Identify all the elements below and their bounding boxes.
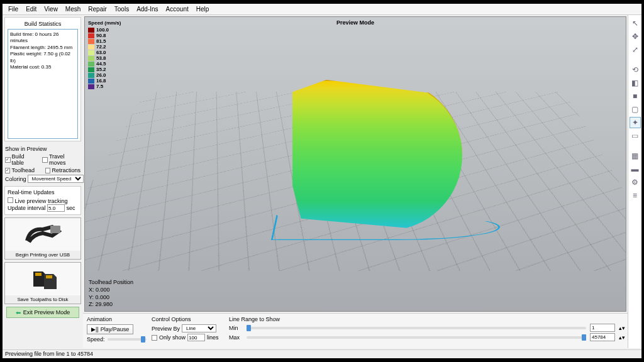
animation-title: Animation <box>87 316 147 322</box>
show-in-preview-title: Show in Preview <box>5 146 80 152</box>
move-icon[interactable]: ✥ <box>630 31 641 42</box>
line-range-title: Line Range to Show <box>229 316 624 322</box>
live-tracking-checkbox[interactable] <box>8 197 13 203</box>
menubar: FileEditViewMeshRepairToolsAdd-InsAccoun… <box>3 4 641 15</box>
speed-label: Speed: <box>87 336 105 343</box>
build-stats-box: Build time: 0 hours 26 minutesFilament l… <box>8 29 78 139</box>
rotate-view-icon[interactable]: ⟲ <box>630 64 641 75</box>
min-slider[interactable] <box>247 327 586 329</box>
save-toolpaths-button[interactable]: Save Toolpaths to Disk <box>4 262 81 304</box>
delete-model-icon[interactable]: ▬ <box>630 163 641 175</box>
statusbar: Previewing file from line 1 to 45784 <box>3 349 641 358</box>
speed-slider[interactable] <box>108 338 147 341</box>
menu-edit[interactable]: Edit <box>22 6 40 13</box>
pointer-icon[interactable]: ↖ <box>630 18 641 29</box>
travel-moves-checkbox[interactable] <box>42 157 48 163</box>
model-preview <box>261 67 494 250</box>
solid-cube-icon[interactable]: ■ <box>630 90 641 102</box>
menu-mesh[interactable]: Mesh <box>62 6 84 13</box>
begin-printing-usb-button[interactable]: Begin Printing over USB <box>4 217 81 260</box>
menu-add-ins[interactable]: Add-Ins <box>133 6 162 13</box>
usb-icon <box>24 222 62 247</box>
left-panel: Build Statistics Build time: 0 hours 26 … <box>3 15 83 348</box>
update-interval-label: Update interval <box>8 205 46 211</box>
svg-rect-2 <box>46 275 52 278</box>
bottom-controls: Animation ▶||Play/Pause Speed: Control O… <box>83 313 628 348</box>
min-label: Min <box>229 325 243 331</box>
max-input[interactable] <box>590 333 615 341</box>
right-toolbar: ↖✥⤢⟲◧■▢✦▭▦▬⚙≡ <box>628 15 641 348</box>
settings-icon[interactable]: ⚙ <box>630 177 641 188</box>
update-interval-unit: sec <box>67 205 75 211</box>
menu-account[interactable]: Account <box>162 6 192 13</box>
menu-view[interactable]: View <box>40 6 62 13</box>
only-show-label: Only show <box>159 334 186 341</box>
realtime-title: Real-time Updates <box>8 189 78 195</box>
sd-card-icon <box>24 266 62 292</box>
retractions-label: Retractions <box>52 167 80 173</box>
toolhead-checkbox[interactable]: ✓ <box>5 168 10 173</box>
model-view-icon[interactable]: ▦ <box>630 150 641 162</box>
wire-cube-icon[interactable]: ▢ <box>630 104 641 115</box>
build-stats-title: Build Statistics <box>8 19 78 29</box>
layers-icon[interactable]: ≡ <box>630 190 641 201</box>
only-show-checkbox[interactable] <box>152 335 157 341</box>
zoom-extent-icon[interactable]: ⤢ <box>630 44 641 55</box>
axis-icon[interactable]: ✦ <box>630 117 641 128</box>
iso-cube-icon[interactable]: ◧ <box>630 77 641 89</box>
max-slider[interactable] <box>247 336 586 339</box>
travel-moves-label: Travel moves <box>49 153 80 166</box>
play-pause-button[interactable]: ▶||Play/Pause <box>87 324 133 334</box>
live-tracking-label: Live preview tracking <box>15 198 68 204</box>
min-input[interactable] <box>590 324 615 332</box>
preview-by-select[interactable]: Line <box>182 324 216 332</box>
max-label: Max <box>229 334 243 341</box>
coloring-select[interactable]: Movement Speed <box>28 175 84 183</box>
build-table-label: Build table <box>12 153 36 166</box>
viewport-3d[interactable]: Speed (mm/s) 100.090.881.572.263.053.844… <box>84 16 626 312</box>
exit-preview-button[interactable]: Exit Preview Mode <box>6 307 79 318</box>
menu-help[interactable]: Help <box>192 6 213 13</box>
only-show-input[interactable] <box>187 334 205 341</box>
build-table-checkbox[interactable]: ✓ <box>5 157 11 163</box>
preview-mode-label: Preview Mode <box>336 19 374 26</box>
only-show-unit: lines <box>207 334 219 341</box>
preview-by-label: Preview By <box>152 326 180 332</box>
front-icon[interactable]: ▭ <box>630 130 641 141</box>
toolhead-position: Toolhead Position X: 0.000 Y: 0.000 Z: 2… <box>89 279 133 309</box>
svg-rect-0 <box>50 226 60 233</box>
retractions-checkbox[interactable] <box>45 168 50 173</box>
menu-tools[interactable]: Tools <box>111 6 133 13</box>
coloring-label: Coloring <box>5 176 26 182</box>
menu-file[interactable]: File <box>4 6 22 13</box>
toolhead-label: Toolhead <box>11 167 35 173</box>
svg-rect-1 <box>35 273 42 276</box>
control-options-title: Control Options <box>152 316 224 322</box>
update-interval-input[interactable] <box>47 204 65 212</box>
menu-repair[interactable]: Repair <box>84 6 110 13</box>
speed-legend: Speed (mm/s) 100.090.881.572.263.053.844… <box>88 20 121 89</box>
